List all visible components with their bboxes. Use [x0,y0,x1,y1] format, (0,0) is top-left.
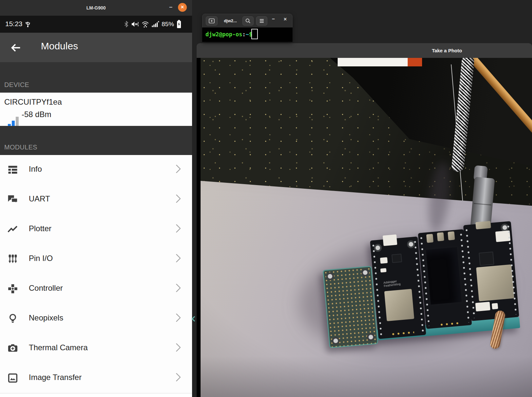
chevron-right-icon [172,284,181,292]
module-label: Controller [29,284,63,293]
back-button[interactable] [9,41,22,54]
image-icon [7,372,19,384]
chevron-right-icon [172,254,181,263]
module-label: Thermal Camera [29,343,88,352]
feather-board-cluster: AdaloggerFeatherWing [320,219,521,350]
terminal-close-button[interactable]: × [284,16,287,22]
module-row-uart[interactable]: UART [0,185,192,215]
mute-icon [131,21,139,27]
usb-icon [24,21,31,28]
module-row-neopixels[interactable]: Neopixels [0,304,192,334]
device-card[interactable]: CIRCUITPYf1ea -58 dBm [0,93,192,126]
camera-icon [7,342,19,354]
clock: 15:23 [5,20,23,28]
gamepad-icon [7,283,19,295]
rf-shield [476,264,514,301]
camera-preview: AdaloggerFeatherWing [201,58,532,397]
feather-mainboard [463,221,519,321]
rssi-value: -58 dBm [22,110,51,119]
close-button[interactable]: × [178,3,187,12]
app-header: Modules [0,33,192,62]
chat-icon [7,194,19,205]
battery-icon [176,20,182,28]
white-card [338,58,408,66]
oled-featherwing [418,229,472,329]
chevron-right-icon [172,343,181,352]
module-label: Info [29,164,42,174]
android-status-bar: 15:23 [0,16,192,33]
pins-icon [7,253,19,265]
device-section-label: DEVICE [4,81,29,89]
chevron-right-icon [172,373,181,382]
page-title: Modules [41,41,78,52]
search-button[interactable] [242,16,254,26]
module-row-pinio[interactable]: Pin I/O [0,244,192,274]
cell-signal-icon [151,21,159,28]
camera-window: Take a Photo [197,43,532,397]
bluetooth-icon [124,21,129,27]
device-name: CIRCUITPYf1ea [4,97,62,107]
device-section-bar: DEVICE [0,62,192,93]
menu-button[interactable] [256,16,267,26]
phone-mirror-window: LM-G900 – × 15:23 [0,0,192,397]
terminal-headerbar[interactable]: djw2... – × [202,14,293,27]
line-chart-icon [7,223,19,235]
chevron-right-icon [172,313,181,322]
module-row-info[interactable]: Info [0,155,192,185]
wifi-arrows-icon [141,21,149,28]
camera-video-area: AdaloggerFeatherWing [197,58,532,397]
list-icon [7,164,19,176]
phone-window-title: LM-G900 [0,0,192,16]
proto-featherwing [323,266,378,348]
new-tab-button[interactable] [206,16,218,26]
module-row-controller[interactable]: Controller [0,274,192,304]
terminal-body[interactable]: djw2@pop-os:~$ [202,27,293,42]
minimize-button[interactable]: – [167,3,175,11]
terminal-window: djw2... – × djw2@pop-os:~$ [202,14,293,42]
camera-headerbar: Take a Photo [197,43,532,58]
module-row-plotter[interactable]: Plotter [0,215,192,245]
chevron-right-icon [172,194,181,203]
module-label: Plotter [29,224,51,233]
oled-screen [424,245,463,306]
adalogger-featherwing: AdaloggerFeatherWing [370,236,426,339]
phone-titlebar[interactable]: LM-G900 – × [0,0,192,16]
board-silkscreen-text: AdaloggerFeatherWing [383,279,401,287]
module-label: UART [29,194,50,203]
module-row-image-transfer[interactable]: Image Transfer [0,363,192,393]
terminal-cursor [251,29,258,39]
chevron-right-icon [172,224,181,233]
battery-percent: 85% [162,21,174,28]
orange-card-edge [408,58,422,66]
module-label: Pin I/O [29,254,53,263]
shell-prompt: djw2@pop-os:~$ [205,31,256,38]
usb-port [475,221,491,230]
desktop: Take a Photo [0,0,532,397]
modules-section-bar: MODULES [0,126,192,155]
module-row-thermal-camera[interactable]: Thermal Camera [0,334,192,364]
take-photo-button[interactable]: Take a Photo [432,43,462,58]
lightbulb-icon [7,313,19,324]
terminal-minimize-button[interactable]: – [272,16,275,22]
modules-section-label: MODULES [4,144,37,151]
module-label: Image Transfer [29,373,81,382]
chevron-right-icon [172,164,181,173]
modules-list: Info UART Plotter [0,155,192,397]
sd-card-holder [384,289,414,321]
terminal-tab[interactable]: djw2... [221,16,240,26]
module-label: Neopixels [29,313,63,322]
